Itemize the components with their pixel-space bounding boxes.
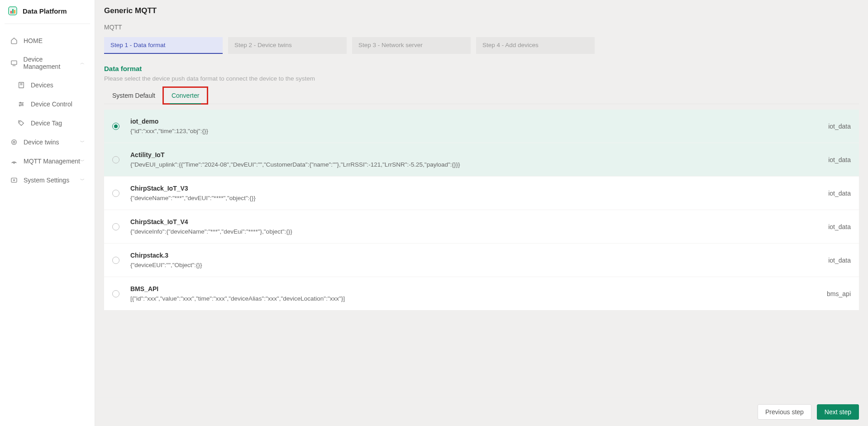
sidebar-item-label: Device Tag [31, 120, 62, 127]
control-icon [17, 100, 25, 108]
radio-button[interactable] [112, 156, 119, 163]
device-icon [17, 81, 25, 89]
option-title: Chirpstack.3 [130, 252, 817, 259]
home-icon [10, 37, 18, 45]
wizard-step-1[interactable]: Step 1 - Data format [104, 37, 223, 54]
tag-icon [17, 119, 25, 127]
sidebar-item-device-tag[interactable]: Device Tag [0, 114, 95, 133]
option-title: ChirpStack_IoT_V4 [130, 218, 817, 225]
option-body: Chirpstack.3{"deviceEUI":"","Object":{}} [130, 252, 817, 268]
svg-rect-19 [11, 178, 17, 182]
svg-rect-3 [14, 10, 15, 14]
sidebar: Data Platform HOMEDevice Management︿Devi… [0, 0, 95, 426]
option-title: iot_demo [130, 118, 817, 125]
option-description: [{"id":"xxx","value":"xxx","time":"xxx",… [130, 295, 816, 302]
sidebar-item-label: Devices [31, 81, 53, 89]
sidebar-item-label: System Settings [24, 177, 69, 184]
sidebar-item-label: Device twins [24, 139, 59, 146]
radio-button[interactable] [112, 223, 119, 230]
option-description: {"DevEUI_uplink":{{"Time":"2024-08","Dev… [130, 161, 817, 168]
breadcrumb: MQTT [104, 24, 859, 31]
converter-options: iot_demo{"id":"xxx","time":123,"obj":{}}… [104, 110, 859, 310]
option-description: {"deviceEUI":"","Object":{}} [130, 262, 817, 268]
mqtt-icon [10, 157, 18, 165]
option-title: Actility_IoT [130, 151, 817, 158]
chevron-down-icon: ﹀ [80, 158, 85, 164]
option-body: ChirpStack_IoT_V3{"deviceName":"***","de… [130, 185, 817, 201]
sidebar-item-mqtt-management[interactable]: MQTT Management﹀ [0, 152, 95, 171]
previous-step-button[interactable]: Previous step [758, 404, 811, 420]
brand-title: Data Platform [23, 7, 67, 15]
chevron-down-icon: ﹀ [80, 177, 85, 183]
svg-point-17 [13, 141, 15, 143]
radio-button[interactable] [112, 257, 119, 264]
svg-point-13 [22, 104, 23, 105]
option-tag: iot_data [828, 257, 851, 264]
settings-icon [10, 176, 18, 184]
svg-rect-1 [10, 11, 12, 14]
svg-point-12 [20, 102, 21, 103]
twins-icon [10, 138, 18, 146]
format-tabs: System DefaultConverter [104, 87, 859, 104]
sidebar-item-device-control[interactable]: Device Control [0, 95, 95, 114]
svg-rect-2 [12, 9, 14, 14]
devices-icon [10, 59, 18, 67]
sidebar-item-device-twins[interactable]: Device twins﹀ [0, 133, 95, 152]
option-description: {"deviceName":"***","devEUI":"****","obj… [130, 195, 817, 201]
chevron-down-icon: ﹀ [80, 139, 85, 145]
option-tag: iot_data [828, 223, 851, 230]
sidebar-item-device-management[interactable]: Device Management︿ [0, 50, 95, 76]
converter-option-row[interactable]: BMS_API[{"id":"xxx","value":"xxx","time"… [104, 277, 859, 310]
option-description: {"id":"xxx","time":123,"obj":{}} [130, 128, 817, 134]
sidebar-header: Data Platform [0, 0, 95, 22]
sidebar-item-label: HOME [24, 37, 43, 44]
main-body: MQTT Step 1 - Data formatStep 2 - Device… [95, 20, 868, 397]
svg-point-20 [14, 180, 15, 181]
option-body: iot_demo{"id":"xxx","time":123,"obj":{}} [130, 118, 817, 134]
radio-button[interactable] [112, 290, 119, 297]
brand-logo-icon [7, 5, 18, 16]
page-title: Generic MQTT [95, 0, 868, 20]
sidebar-item-system-settings[interactable]: System Settings﹀ [0, 171, 95, 190]
section-subtitle: Please select the device push data forma… [104, 75, 859, 82]
option-tag: iot_data [828, 156, 851, 163]
tab-system-default[interactable]: System Default [104, 87, 163, 104]
chevron-up-icon: ︿ [80, 60, 85, 66]
option-tag: iot_data [828, 190, 851, 197]
radio-button[interactable] [112, 123, 119, 130]
sidebar-item-label: Device Control [31, 101, 72, 108]
wizard-step-4[interactable]: Step 4 - Add devices [476, 37, 595, 54]
section-title: Data format [104, 65, 859, 72]
converter-option-row[interactable]: Actility_IoT{"DevEUI_uplink":{{"Time":"2… [104, 143, 859, 176]
svg-point-14 [19, 105, 20, 106]
sidebar-item-label: MQTT Management [24, 158, 80, 165]
option-body: BMS_API[{"id":"xxx","value":"xxx","time"… [130, 285, 816, 302]
svg-point-15 [19, 122, 20, 122]
wizard-steps: Step 1 - Data formatStep 2 - Device twin… [104, 37, 859, 54]
converter-option-row[interactable]: ChirpStack_IoT_V4{"deviceInfo":{"deviceN… [104, 210, 859, 243]
option-body: Actility_IoT{"DevEUI_uplink":{{"Time":"2… [130, 151, 817, 168]
sidebar-item-devices[interactable]: Devices [0, 76, 95, 95]
option-tag: iot_data [828, 123, 851, 130]
tab-converter[interactable]: Converter [163, 87, 207, 104]
wizard-footer: Previous step Next step [95, 397, 868, 426]
next-step-button[interactable]: Next step [817, 404, 859, 420]
option-title: ChirpStack_IoT_V3 [130, 185, 817, 192]
option-body: ChirpStack_IoT_V4{"deviceInfo":{"deviceN… [130, 218, 817, 235]
option-tag: bms_api [827, 290, 851, 297]
main: Generic MQTT MQTT Step 1 - Data formatSt… [95, 0, 868, 426]
wizard-step-3[interactable]: Step 3 - Network server [352, 37, 471, 54]
option-title: BMS_API [130, 285, 816, 292]
converter-option-row[interactable]: Chirpstack.3{"deviceEUI":"","Object":{}}… [104, 243, 859, 277]
wizard-step-2[interactable]: Step 2 - Device twins [228, 37, 347, 54]
converter-option-row[interactable]: ChirpStack_IoT_V3{"deviceName":"***","de… [104, 176, 859, 210]
svg-rect-4 [11, 61, 17, 64]
sidebar-item-label: Device Management [24, 56, 80, 70]
sidebar-item-home[interactable]: HOME [0, 31, 95, 50]
sidebar-divider [5, 24, 90, 24]
converter-option-row[interactable]: iot_demo{"id":"xxx","time":123,"obj":{}}… [104, 110, 859, 143]
svg-point-16 [12, 140, 17, 145]
option-description: {"deviceInfo":{"deviceName":"***","devEu… [130, 228, 817, 235]
radio-button[interactable] [112, 190, 119, 197]
sidebar-nav: HOMEDevice Management︿DevicesDevice Cont… [0, 29, 95, 191]
